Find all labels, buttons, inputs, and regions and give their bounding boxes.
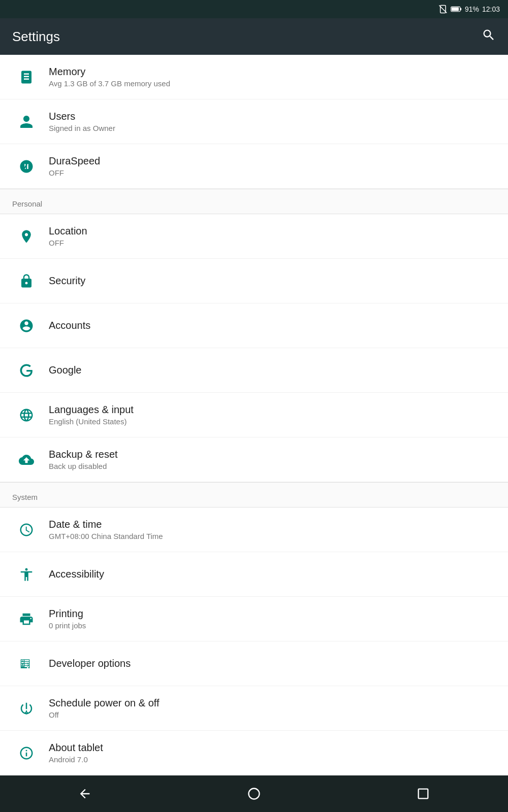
accessibility-title: Accessibility	[49, 568, 496, 580]
location-title: Location	[49, 225, 496, 237]
battery-level: 91%	[465, 5, 479, 13]
location-subtitle: OFF	[49, 239, 496, 247]
printing-icon	[12, 612, 41, 627]
svg-rect-9	[419, 789, 428, 799]
status-bar: 91% 12:03	[0, 0, 508, 18]
printing-title: Printing	[49, 608, 496, 620]
search-icon[interactable]	[482, 28, 496, 46]
settings-item-users[interactable]: Users Signed in as Owner	[0, 99, 508, 144]
memory-text: Memory Avg 1.3 GB of 3.7 GB memory used	[49, 66, 496, 88]
users-text: Users Signed in as Owner	[49, 111, 496, 132]
settings-item-memory[interactable]: Memory Avg 1.3 GB of 3.7 GB memory used	[0, 55, 508, 99]
settings-item-google[interactable]: Google	[0, 348, 508, 393]
datetime-subtitle: GMT+08:00 China Standard Time	[49, 532, 496, 540]
backup-icon	[12, 452, 41, 467]
settings-item-accounts[interactable]: Accounts	[0, 303, 508, 348]
recent-apps-button[interactable]	[408, 779, 438, 809]
no-sim-icon	[438, 5, 448, 14]
section-personal-label: Personal	[12, 199, 42, 208]
settings-item-developer[interactable]: { } Developer options	[0, 641, 508, 686]
accounts-text: Accounts	[49, 320, 496, 331]
printing-text: Printing 0 print jobs	[49, 608, 496, 630]
duraspeed-title: DuraSpeed	[49, 155, 496, 167]
settings-item-duraspeed[interactable]: DuraSpeed OFF	[0, 144, 508, 189]
battery-icon	[451, 5, 462, 13]
schedule-power-text: Schedule power on & off Off	[49, 697, 496, 719]
developer-icon: { }	[12, 656, 41, 671]
back-button[interactable]	[70, 779, 100, 809]
settings-item-security[interactable]: Security	[0, 259, 508, 303]
printing-subtitle: 0 print jobs	[49, 621, 496, 630]
schedule-power-icon	[12, 701, 41, 716]
about-text: About tablet Android 7.0	[49, 742, 496, 764]
developer-text: Developer options	[49, 658, 496, 669]
security-title: Security	[49, 275, 496, 287]
memory-subtitle: Avg 1.3 GB of 3.7 GB memory used	[49, 79, 496, 88]
datetime-text: Date & time GMT+08:00 China Standard Tim…	[49, 519, 496, 540]
status-icons: 91% 12:03	[438, 5, 500, 14]
security-text: Security	[49, 275, 496, 287]
memory-title: Memory	[49, 66, 496, 78]
about-title: About tablet	[49, 742, 496, 754]
duraspeed-subtitle: OFF	[49, 168, 496, 177]
settings-item-backup[interactable]: Backup & reset Back up disabled	[0, 437, 508, 482]
section-personal-header: Personal	[0, 189, 508, 214]
users-subtitle: Signed in as Owner	[49, 124, 496, 132]
accessibility-text: Accessibility	[49, 568, 496, 580]
svg-rect-4	[452, 7, 459, 11]
home-button[interactable]	[239, 779, 269, 809]
backup-text: Backup & reset Back up disabled	[49, 449, 496, 470]
google-text: Google	[49, 364, 496, 376]
page-title: Settings	[12, 29, 60, 45]
app-bar: Settings	[0, 18, 508, 55]
location-text: Location OFF	[49, 225, 496, 247]
backup-subtitle: Back up disabled	[49, 462, 496, 470]
svg-point-8	[248, 789, 259, 799]
accounts-icon	[12, 318, 41, 333]
clock-icon	[12, 522, 41, 537]
accounts-title: Accounts	[49, 320, 496, 331]
languages-text: Languages & input English (United States…	[49, 404, 496, 426]
google-title: Google	[49, 364, 496, 376]
settings-content: Memory Avg 1.3 GB of 3.7 GB memory used …	[0, 55, 508, 775]
settings-item-languages[interactable]: Languages & input English (United States…	[0, 393, 508, 437]
about-subtitle: Android 7.0	[49, 755, 496, 764]
google-icon	[12, 363, 41, 378]
developer-title: Developer options	[49, 658, 496, 669]
clock: 12:03	[482, 5, 500, 13]
location-icon	[12, 229, 41, 244]
user-icon	[12, 114, 41, 129]
accessibility-icon	[12, 567, 41, 582]
memory-icon	[12, 70, 41, 85]
section-system-label: System	[12, 493, 38, 501]
users-title: Users	[49, 111, 496, 122]
settings-item-datetime[interactable]: Date & time GMT+08:00 China Standard Tim…	[0, 507, 508, 552]
duraspeed-text: DuraSpeed OFF	[49, 155, 496, 177]
schedule-power-subtitle: Off	[49, 710, 496, 719]
schedule-power-title: Schedule power on & off	[49, 697, 496, 709]
svg-text:{ }: { }	[21, 662, 29, 667]
about-icon	[12, 746, 41, 761]
duraspeed-icon	[12, 159, 41, 174]
security-icon	[12, 274, 41, 289]
languages-title: Languages & input	[49, 404, 496, 416]
languages-subtitle: English (United States)	[49, 417, 496, 426]
settings-item-location[interactable]: Location OFF	[0, 214, 508, 259]
section-system-header: System	[0, 482, 508, 507]
backup-title: Backup & reset	[49, 449, 496, 460]
settings-item-accessibility[interactable]: Accessibility	[0, 552, 508, 597]
datetime-title: Date & time	[49, 519, 496, 530]
bottom-navigation	[0, 775, 508, 812]
svg-rect-3	[460, 8, 461, 11]
settings-item-about[interactable]: About tablet Android 7.0	[0, 731, 508, 775]
language-icon	[12, 408, 41, 423]
settings-item-printing[interactable]: Printing 0 print jobs	[0, 597, 508, 641]
settings-item-schedule-power[interactable]: Schedule power on & off Off	[0, 686, 508, 731]
